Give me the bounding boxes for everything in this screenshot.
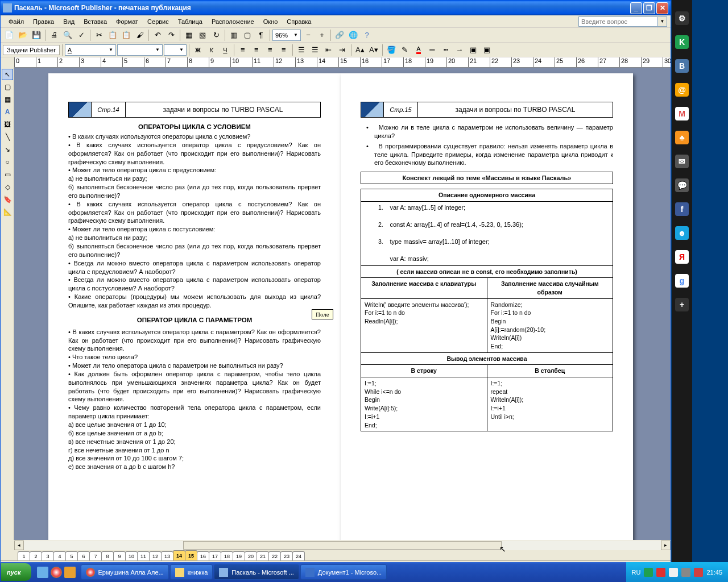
ql-desktop-icon[interactable] [37,567,48,578]
font-color-icon[interactable]: A [412,44,425,56]
at-icon[interactable]: @ [675,83,689,97]
rect-tool-icon[interactable]: ▭ [2,169,13,180]
menu-file[interactable]: Файл [4,17,28,26]
menu-window[interactable]: Окно [259,17,283,26]
indent-icon[interactable]: ⇥ [336,44,349,56]
print-icon[interactable]: 🖨 [48,29,60,41]
help-search-dropdown[interactable]: ▼ [658,16,667,27]
align-right-icon[interactable]: ≡ [264,44,276,56]
tray-icon[interactable] [694,568,703,577]
tray-volume-icon[interactable] [681,568,690,577]
line-style-icon[interactable]: ═ [426,44,439,56]
underline-icon[interactable]: Ч [219,44,231,56]
bullets-icon[interactable]: ☰ [309,44,321,56]
open-icon[interactable]: 📂 [16,29,29,41]
page-tab-6[interactable]: 6 [77,551,90,560]
page-tab-2[interactable]: 2 [30,551,42,560]
page-tab-20[interactable]: 20 [245,551,257,560]
horizontal-ruler[interactable]: 0123456789101112131415161718192021222324… [14,57,671,68]
undo-icon[interactable]: ↶ [151,29,164,41]
arrow-tool-icon[interactable]: ↘ [2,144,13,155]
page-tab-8[interactable]: 8 [101,551,114,560]
boundaries-icon[interactable]: ▢ [241,29,254,41]
page-tab-15[interactable]: 15 [185,550,197,560]
zoom-in-icon[interactable]: + [316,29,328,41]
line-tool-icon[interactable]: ╲ [2,131,13,143]
shrink-font-icon[interactable]: A▾ [367,44,380,56]
paste-icon[interactable]: 📋 [120,29,133,41]
ok-icon[interactable]: ♣ [675,131,689,144]
page-tab-14[interactable]: 14 [173,550,185,560]
web-preview-icon[interactable]: 🌐 [347,29,359,41]
textbox-tool-icon[interactable]: ▢ [2,81,13,93]
rotate-icon[interactable]: ↻ [210,29,222,41]
language-indicator[interactable]: RU [632,569,641,576]
system-tray[interactable]: RU 21:45 [626,562,728,582]
add-icon[interactable]: + [675,298,689,311]
menu-layout[interactable]: Расположение [207,17,259,26]
page-tab-5[interactable]: 5 [65,551,78,560]
send-back-icon[interactable]: ▧ [196,29,209,41]
scroll-left-button[interactable]: ◂ [14,541,24,550]
fill-color-icon[interactable]: 🪣 [385,44,398,56]
hyperlink-icon[interactable]: 🔗 [333,29,346,41]
menu-view[interactable]: Вид [59,17,79,26]
table-tool-icon[interactable]: ▦ [2,94,13,105]
format-painter-icon[interactable]: 🖌 [134,29,146,41]
ql-amigo-icon[interactable] [64,567,76,578]
scroll-thumb[interactable] [183,541,502,550]
menu-format[interactable]: Формат [111,17,143,26]
line-color-icon[interactable]: ✎ [399,44,411,56]
page-tab-11[interactable]: 11 [137,551,150,560]
numbering-icon[interactable]: ☰ [295,44,308,56]
cut-icon[interactable]: ✂ [93,29,105,41]
close-button[interactable]: ✕ [656,2,668,14]
columns-icon[interactable]: ▥ [228,29,240,41]
design-gallery-icon[interactable]: 📐 [2,206,13,218]
dash-style-icon[interactable]: ┅ [440,44,452,56]
yandex-icon[interactable]: Я [675,250,689,264]
page-tab-17[interactable]: 17 [209,551,221,560]
page-tab-4[interactable]: 4 [53,551,66,560]
menu-help[interactable]: Справка [282,17,316,26]
page-tab-21[interactable]: 21 [257,551,269,560]
page-tab-24[interactable]: 24 [292,551,305,560]
canvas[interactable]: Стр.14 задачи и вопросы по TURBO PASCAL … [14,68,671,540]
outdent-icon[interactable]: ⇤ [322,44,335,56]
save-icon[interactable]: 💾 [30,29,43,41]
autoshapes-tool-icon[interactable]: ◇ [2,181,13,193]
chat-icon[interactable]: 💬 [675,178,689,192]
bold-icon[interactable]: Ж [192,44,204,56]
page-tab-9[interactable]: 9 [113,551,126,560]
grow-font-icon[interactable]: A▴ [354,44,366,56]
shadow-icon[interactable]: ▣ [467,44,479,56]
google-icon[interactable]: g [675,274,689,288]
arrow-style-icon[interactable]: → [453,44,466,56]
scroll-right-button[interactable]: ▸ [661,541,671,550]
menu-edit[interactable]: Правка [28,17,59,26]
tray-icon[interactable] [669,568,678,577]
taskbar-item-folder[interactable]: книжка [170,564,213,580]
mail-icon[interactable]: ✉ [675,155,689,168]
font-combo[interactable]: ▼ [117,44,163,56]
size-combo[interactable]: ▼ [164,44,187,56]
scroll-track[interactable] [24,541,661,550]
page-tab-10[interactable]: 10 [125,551,138,560]
page-14[interactable]: Стр.14 задачи и вопросы по TURBO PASCAL … [48,73,341,540]
maximize-button[interactable]: ❐ [643,2,655,14]
align-left-icon[interactable]: ≡ [237,44,249,56]
picture-tool-icon[interactable]: 🖼 [2,119,13,130]
italic-icon[interactable]: К [205,44,218,56]
page-tab-18[interactable]: 18 [221,551,233,560]
copy-icon[interactable]: 📋 [106,29,119,41]
tray-icon[interactable] [644,568,653,577]
zoom-out-icon[interactable]: − [302,29,315,41]
page-tab-16[interactable]: 16 [197,551,209,560]
page-tab-3[interactable]: 3 [42,551,54,560]
facebook-icon[interactable]: f [675,202,689,216]
3d-icon[interactable]: ▣ [481,44,493,56]
pilcrow-icon[interactable]: ¶ [255,29,267,41]
page-tab-1[interactable]: 1 [18,551,30,560]
menu-insert[interactable]: Вставка [79,17,111,26]
redo-icon[interactable]: ↷ [165,29,177,41]
